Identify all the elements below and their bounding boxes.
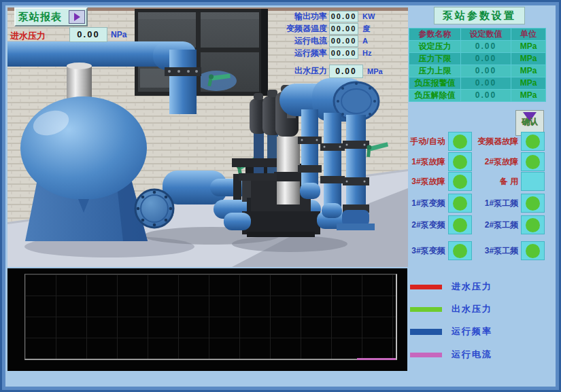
confirm-button-label: 确认 — [522, 116, 538, 128]
run-frequency-unit: Hz — [362, 49, 371, 57]
legend-item: 运行频率 — [410, 326, 553, 337]
status-lamp-manual-auto[interactable] — [448, 132, 472, 151]
param-unit: MPa — [511, 77, 545, 89]
run-current-label: 运行电流 — [274, 35, 327, 47]
lamp-icon — [453, 244, 467, 258]
lamp-icon — [526, 244, 540, 258]
lamp-icon — [453, 155, 467, 169]
status-lamp-pump3-vfd[interactable] — [448, 241, 472, 260]
settings-panel-title: 泵站参数设置 — [434, 7, 525, 24]
indicator-label: 3#泵工频 — [472, 245, 519, 257]
indicator-label: 备 用 — [472, 176, 519, 188]
param-value[interactable]: 0.00 — [461, 41, 511, 52]
legend-label: 运行频率 — [452, 325, 492, 338]
param-value[interactable]: 0.00 — [461, 90, 511, 101]
inverter-temp-unit: 度 — [362, 24, 370, 34]
indicator-label: 2#泵故障 — [472, 156, 519, 168]
status-lamp-pump2-fault[interactable] — [521, 152, 545, 171]
play-arrow-icon[interactable] — [69, 10, 85, 24]
indicator-row: 1#泵变频 1#泵工频 — [408, 194, 545, 213]
settings-table: 参数名称 设定数值 单位 设定压力 0.00 MPa 压力下限 0.00 MPa… — [409, 28, 546, 102]
param-name: 压力上限 — [409, 65, 460, 77]
param-unit: MPa — [511, 53, 545, 65]
readout-row: 运行电流 00.00 A — [274, 35, 390, 46]
param-value[interactable]: 0.00 — [461, 77, 511, 89]
lamp-icon — [526, 135, 540, 149]
readout-row: 运行频率 00.00 Hz — [274, 48, 390, 58]
indicator-row: 2#泵变频 2#泵工频 — [408, 215, 545, 234]
legend-item: 进水压力 — [410, 281, 553, 292]
legend-label: 运行电流 — [452, 349, 492, 361]
param-value[interactable]: 0.00 — [461, 65, 511, 77]
indicator-row: 手动/自动 变频器故障 — [408, 132, 545, 151]
status-lamp-pump1-vfd[interactable] — [448, 194, 472, 213]
col-header: 设定数值 — [461, 29, 511, 40]
col-header: 单位 — [511, 29, 545, 40]
readout-row: 变频器温度 00.00 度 — [274, 23, 390, 34]
status-lamp-pump2-vfd[interactable] — [448, 215, 472, 234]
param-unit: MPa — [511, 90, 545, 101]
indicator-label: 3#泵故障 — [408, 176, 445, 188]
indicator-label: 2#泵工频 — [472, 219, 519, 231]
run-current-trend-line — [357, 358, 396, 360]
lamp-icon — [453, 218, 467, 232]
lamp-icon — [526, 155, 540, 169]
lamp-icon — [453, 196, 467, 211]
status-lamp-pump1-mains[interactable] — [521, 194, 545, 213]
indicator-label: 手动/自动 — [408, 136, 445, 147]
indicator-label: 2#泵变频 — [408, 219, 445, 231]
indicator-label: 1#泵工频 — [472, 198, 519, 209]
param-value[interactable]: 0.00 — [461, 53, 511, 65]
inverter-temp-label: 变频器温度 — [274, 23, 327, 35]
inverter-temp-value: 00.00 — [329, 23, 358, 35]
outlet-pressure-unit: MPa — [367, 67, 383, 75]
readout-row: 输出功率 00.00 KW — [274, 11, 390, 22]
col-header: 参数名称 — [409, 29, 460, 40]
run-current-unit: A — [362, 37, 368, 45]
pump-station-hmi: 泵站报表 进水压力 0.00 NPa 输出功率 00.00 KW 变频器温度 0… — [0, 0, 561, 392]
status-lamp-vfd-fault[interactable] — [521, 132, 545, 151]
indicator-label: 1#泵变频 — [408, 198, 445, 209]
trend-plot-area — [24, 274, 397, 360]
indicator-row: 1#泵故障 2#泵故障 — [408, 152, 545, 171]
legend-item: 出水压力 — [410, 304, 553, 315]
param-name: 负压解除值 — [409, 90, 460, 101]
param-unit: MPa — [511, 65, 545, 77]
legend-swatch-inlet — [410, 285, 442, 289]
status-lamp-pump1-fault[interactable] — [448, 152, 472, 171]
inlet-pressure-value: 0.00 — [69, 27, 107, 42]
legend-label: 出水压力 — [452, 303, 492, 315]
outlet-pressure-label: 出水压力 — [274, 65, 327, 77]
legend-item: 运行电流 — [410, 349, 553, 360]
lamp-icon — [526, 196, 540, 211]
lamp-icon — [453, 135, 467, 149]
param-name: 压力下限 — [409, 53, 460, 65]
output-power-value: 00.00 — [329, 11, 358, 22]
output-power-unit: KW — [362, 12, 375, 20]
status-lamp-pump3-mains[interactable] — [521, 241, 545, 260]
report-button-label: 泵站报表 — [16, 11, 69, 24]
readout-row: 出水压力 0.00 MPa — [274, 65, 390, 77]
lamp-icon — [453, 175, 467, 189]
indicator-label: 变频器故障 — [472, 136, 519, 147]
run-frequency-label: 运行频率 — [274, 48, 327, 59]
status-lamp-pump2-mains[interactable] — [521, 215, 545, 234]
report-button[interactable]: 泵站报表 — [14, 7, 88, 26]
indicator-label: 1#泵故障 — [408, 156, 445, 168]
inlet-pressure-label: 进水压力 — [10, 30, 46, 42]
status-lamp-spare[interactable] — [521, 172, 545, 191]
legend-swatch-frequency — [410, 329, 442, 335]
legend-swatch-current — [410, 353, 442, 357]
status-lamp-pump3-fault[interactable] — [448, 172, 472, 191]
indicator-label: 3#泵变频 — [408, 245, 445, 257]
param-name: 负压报警值 — [409, 77, 460, 89]
lamp-icon — [526, 218, 540, 232]
inlet-pressure-unit: NPa — [111, 30, 126, 39]
trend-chart[interactable] — [7, 268, 407, 371]
param-name: 设定压力 — [409, 41, 460, 52]
outlet-pressure-value: 0.00 — [329, 65, 363, 78]
legend-label: 进水压力 — [452, 281, 492, 293]
output-power-label: 输出功率 — [274, 11, 327, 22]
pressure-tank — [20, 96, 148, 241]
run-frequency-value: 00.00 — [329, 48, 358, 59]
